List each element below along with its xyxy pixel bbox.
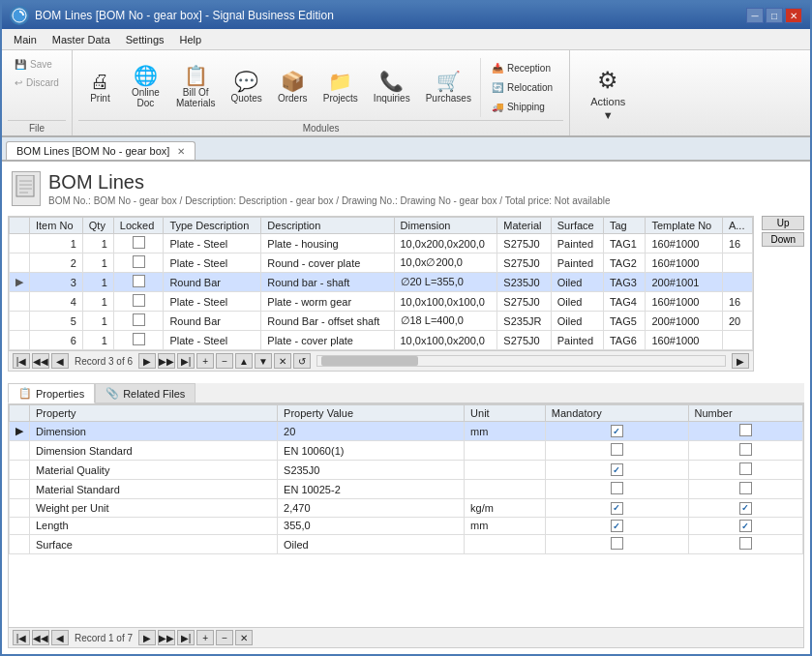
props-nav-last-button[interactable]: ▶| (177, 630, 195, 645)
down-button[interactable]: Down (762, 232, 804, 247)
cell-description: Round bar - shaft (261, 273, 394, 292)
online-doc-button[interactable]: 🌐 OnlineDoc (124, 61, 167, 113)
relocation-button[interactable]: 🔄 Relocation (485, 79, 559, 96)
scroll-thumb[interactable] (321, 356, 418, 366)
props-cell-mandatory (545, 422, 688, 441)
properties-tab-label: Properties (36, 388, 84, 400)
nav-up-button[interactable]: ▲ (235, 353, 253, 369)
nav-next-page-button[interactable]: ▶▶ (158, 353, 175, 369)
table-row[interactable]: 6 1 Plate - Steel Plate - cover plate 10… (10, 331, 753, 350)
nav-prev-page-button[interactable]: ◀◀ (32, 353, 49, 369)
main-table-wrapper: Item No Qty Locked Type Description Desc… (8, 216, 754, 351)
menu-main[interactable]: Main (6, 29, 45, 49)
bom-lines-tab[interactable]: BOM Lines [BOM No - gear box] ✕ (6, 141, 195, 160)
table-row[interactable]: 1 1 Plate - Steel Plate - housing 10,0x2… (10, 234, 753, 253)
cell-dimension: 10,0x200,0x200,0 (394, 234, 497, 253)
orders-button[interactable]: 📦 Orders (271, 67, 315, 108)
projects-button[interactable]: 📁 Projects (316, 67, 365, 108)
cell-surface: Painted (551, 234, 603, 253)
col-locked: Locked (113, 218, 164, 234)
save-button[interactable]: 💾 Save (8, 56, 66, 73)
props-table-row[interactable]: Surface Oiled (10, 535, 803, 554)
props-col-mandatory: Mandatory (545, 405, 688, 422)
props-table-row[interactable]: Material Quality S235J0 (10, 461, 803, 480)
menu-help[interactable]: Help (172, 29, 210, 49)
nav-delete-button[interactable]: − (216, 353, 233, 369)
props-nav-prev-button[interactable]: ◀ (51, 630, 69, 645)
props-nav-next-page-button[interactable]: ▶▶ (158, 630, 175, 645)
reception-icon: 📥 (492, 63, 503, 74)
scroll-right-button[interactable]: ▶ (732, 353, 749, 369)
main-table-body: 1 1 Plate - Steel Plate - housing 10,0x2… (10, 234, 753, 350)
cell-type-desc: Round Bar (164, 273, 261, 292)
nav-prev-button[interactable]: ◀ (51, 353, 69, 369)
props-table-row[interactable]: Weight per Unit 2,470 kg/m (10, 499, 803, 518)
props-table-row[interactable]: Dimension Standard EN 10060(1) (10, 441, 803, 461)
cell-template: 160#1000 (646, 234, 723, 253)
table-row[interactable]: ▶ 3 1 Round Bar Round bar - shaft ∅20 L=… (10, 273, 753, 292)
props-table-row[interactable]: ▶ Dimension 20 mm (10, 422, 803, 441)
discard-button[interactable]: ↩ Discard (8, 75, 66, 91)
bom-button[interactable]: 📋 Bill OfMaterials (169, 61, 223, 113)
tab-close-button[interactable]: ✕ (177, 146, 185, 157)
close-button[interactable]: ✕ (785, 8, 802, 23)
cell-tag: TAG4 (603, 292, 646, 312)
props-row-indicator: ▶ (10, 422, 30, 441)
shipping-button[interactable]: 🚚 Shipping (485, 99, 559, 115)
purchases-button[interactable]: 🛒 Purchases (419, 67, 478, 108)
tab-properties[interactable]: 📋 Properties (8, 383, 95, 403)
nav-down-button[interactable]: ▼ (255, 353, 272, 369)
cell-qty: 1 (82, 312, 113, 331)
props-nav-prev-page-button[interactable]: ◀◀ (32, 630, 49, 645)
props-table-row[interactable]: Length 355,0 mm (10, 517, 803, 535)
maximize-button[interactable]: □ (766, 8, 783, 23)
props-cell-unit: kg/m (465, 499, 546, 518)
table-row[interactable]: 2 1 Plate - Steel Round - cover plate 10… (10, 253, 753, 273)
tab-content: BOM Lines BOM No.: BOM No - gear box / D… (2, 162, 810, 654)
nav-last-button[interactable]: ▶| (177, 353, 195, 369)
props-nav-add-button[interactable]: + (196, 630, 214, 645)
cell-template: 160#1000 (646, 331, 723, 350)
quotes-button[interactable]: 💬 Quotes (224, 67, 268, 108)
table-row[interactable]: 4 1 Plate - Steel Plate - worm gear 10,0… (10, 292, 753, 312)
row-indicator: ▶ (10, 273, 30, 292)
props-cell-unit (465, 461, 546, 480)
nav-add-button[interactable]: + (196, 353, 214, 369)
props-table-row[interactable]: Material Standard EN 10025-2 (10, 480, 803, 499)
cell-material: S235JR (497, 312, 551, 331)
cell-description: Round - cover plate (261, 253, 394, 273)
cell-material: S275J0 (497, 292, 551, 312)
menu-master-data[interactable]: Master Data (45, 29, 118, 49)
main-scrollbar[interactable] (316, 355, 726, 367)
props-cell-mandatory (545, 480, 688, 499)
print-button[interactable]: 🖨 Print (78, 67, 122, 108)
actions-button[interactable]: ⚙ Actions ▼ (580, 62, 636, 126)
cell-dimension: 10,0x∅200,0 (394, 253, 497, 273)
nav-next-button[interactable]: ▶ (138, 353, 156, 369)
props-cell-value: 2,470 (278, 499, 465, 518)
inquiries-button[interactable]: 📞 Inquiries (367, 67, 417, 108)
cell-item-no: 4 (30, 292, 83, 312)
title-bar-controls: ─ □ ✕ (746, 8, 802, 23)
nav-cancel-button[interactable]: ✕ (274, 353, 291, 369)
props-cell-property: Material Standard (30, 480, 278, 499)
props-nav-cancel-button[interactable]: ✕ (235, 630, 253, 645)
menu-settings[interactable]: Settings (118, 29, 172, 49)
rrs-group: 📥 Reception 🔄 Relocation 🚚 Shipping (480, 58, 563, 117)
up-button[interactable]: Up (762, 216, 804, 230)
props-nav-first-button[interactable]: |◀ (13, 630, 30, 645)
col-type-desc: Type Description (164, 218, 261, 234)
props-nav-delete-button[interactable]: − (216, 630, 233, 645)
minimize-button[interactable]: ─ (746, 8, 764, 23)
table-row[interactable]: 5 1 Round Bar Round Bar - offset shaft ∅… (10, 312, 753, 331)
nav-first-button[interactable]: |◀ (13, 353, 30, 369)
discard-icon: ↩ (15, 77, 22, 88)
col-material: Material (497, 218, 551, 234)
props-nav-next-button[interactable]: ▶ (138, 630, 156, 645)
props-row-indicator (10, 441, 30, 461)
tab-related-files[interactable]: 📎 Related Files (95, 383, 195, 403)
reception-button[interactable]: 📥 Reception (485, 60, 559, 76)
bottom-tab-strip: 📋 Properties 📎 Related Files (8, 383, 804, 403)
props-cell-value: EN 10025-2 (278, 480, 465, 499)
nav-refresh-button[interactable]: ↺ (293, 353, 311, 369)
